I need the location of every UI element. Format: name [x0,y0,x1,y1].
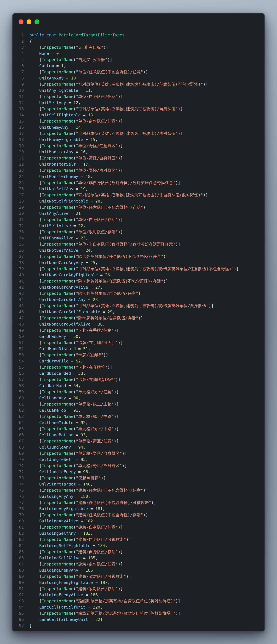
traffic-light-close-button[interactable] [19,20,24,24]
token-num: 54 [73,383,78,388]
code-line-content: [InspectorName("单元格/野区/自身野区")] [30,450,127,456]
token-name: BuildingSelfAny [39,531,76,536]
token-op: = [76,482,83,486]
token-punc: )] [118,168,123,173]
line-number: 9 [13,81,24,88]
token-name: UnitNoneCardAnyAny [39,260,83,265]
code-line-content: [InspectorName("自定义 效果器")] [30,57,112,63]
token-punc: ( [73,106,76,111]
code-line: 11 [InspectorName("单位/自身队伍/任意")] [13,94,264,100]
code-line: 58 CardNotHand = 54, [13,383,264,389]
code-line-content: [InspectorName("除卡牌英雄单位/自身队伍/任意")] [30,290,143,296]
token-str: "除卡牌英雄单位/自身队伍/任意" [76,291,138,296]
token-num: 93 [81,432,86,437]
code-line-content: CellLaneTop = 91, [30,407,81,414]
token-punc: { [30,39,32,44]
token-punc: , [64,64,66,68]
line-number: 56 [13,370,24,376]
code-line: 75 [InspectorName("建筑/任意队伍(不包含野怪)/任意")] [13,487,264,494]
token-punc: [ [30,180,42,185]
token-punc: )] [118,525,123,530]
token-plain [30,494,39,499]
token-name: CellJungleSelf [39,457,73,462]
token-punc: , [90,174,93,179]
token-punc: )] [118,550,123,554]
token-plain [30,605,39,610]
token-str: "除卡牌英雄单位/任意队伍(不包含野怪)/任意" [76,254,163,259]
line-number: 90 [13,580,24,586]
token-punc: [ [30,377,42,382]
token-str: "建筑/任意队伍(不包含野怪)/存活" [76,512,143,517]
token-num: 52 [76,359,81,364]
token-name: CardDrawPile [39,359,69,364]
token-op: = [76,470,83,474]
token-punc: ( [73,402,76,406]
token-punc: ( [73,500,76,505]
line-number: 79 [13,512,24,518]
token-str: "单位/野怪/敌对野区" [76,168,118,173]
token-op: = [78,88,86,93]
token-str: "可对战单位(英雄,召唤物,建筑为可被攻击)/除卡牌英雄单位/自身队伍" [76,304,209,308]
token-attr: InspectorName [42,500,73,505]
line-number: 86 [13,555,24,561]
token-plain [30,100,39,105]
token-punc: )] [118,217,123,222]
token-punc: )] [175,242,180,246]
token-plain [30,64,39,68]
token-attr: InspectorName [42,266,73,271]
token-punc: ( [73,242,76,246]
token-punc: , [95,556,98,560]
token-name: UnitMonsterSelf [39,162,76,166]
code-line: 15 [InspectorName("单位/敌对队伍/任意")] [13,118,264,124]
token-punc: [ [30,390,42,394]
code-line-content: [InspectorName("可对战单位(英雄,召唤物,建筑为可被攻击)/非自… [30,192,208,198]
token-punc: [ [30,94,42,99]
token-name: Custom [39,64,54,68]
code-line: 69 [InspectorName("单元格/野区/自身野区")] [13,450,264,456]
token-name: UnitNotSelfFightable [39,199,88,204]
code-line-content: [InspectorName("单位/敌对队伍/存活")] [30,229,123,235]
code-line: 95 [InspectorName("路线到单元格/远离基地/敌对队伍单位(英雄… [13,610,264,616]
token-str: "可对战单位(英雄,召唤物,建筑为可被攻击)/自身队伍" [76,106,178,111]
code-line: 23 [InspectorName("单位/野怪/敌对野区")] [13,168,264,174]
code-line-content: [InspectorName("可对战单位(英雄,召唤物,建筑为可被攻击)/任意… [30,81,208,88]
token-punc: [ [30,586,42,591]
line-number: 27 [13,192,24,198]
code-line-content: None = 0, [30,50,61,57]
token-punc: [ [30,352,42,357]
token-punc: ( [73,414,76,419]
token-punc: ( [73,279,76,284]
token-name: UnitEnemyAlive [39,236,73,240]
token-attr: InspectorName [42,512,73,517]
line-number: 42 [13,284,24,290]
token-op: = [69,211,76,216]
token-num: 17 [83,162,88,166]
line-number: 77 [13,500,24,506]
token-attr: InspectorName [42,254,73,259]
token-punc: , [90,248,93,253]
token-op: = [78,248,86,253]
token-punc: [ [30,304,42,308]
token-str: "单元格/线上/任意" [76,390,114,394]
token-str: "单位/野怪/自身野区" [76,156,118,160]
token-punc: ( [73,586,76,591]
code-line: 85 [InspectorName("建筑/自身队伍/存活")] [13,549,264,555]
token-name: UnitNoneCardSelfAny [39,297,86,302]
traffic-light-minimize-button[interactable] [27,20,32,24]
line-number: 8 [13,75,24,81]
code-line: 76 BuildingAnyAny = 180, [13,494,264,500]
code-line: 68 CellJungleAny = 94, [13,444,264,450]
token-str: "可对战单位(英雄,召唤物,建筑为可被攻击)/任意队伍(不包含野怪)" [76,82,203,86]
code-line: 55 [InspectorName("卡牌/在弃牌堆")] [13,364,264,370]
line-number: 47 [13,315,24,321]
token-op: = [78,174,86,179]
line-number: 5 [13,57,24,63]
code-line-content: UnitNotSelfFightable = 20, [30,198,103,204]
token-punc: ( [73,451,76,456]
token-plain [30,396,39,400]
token-plain [30,432,39,437]
token-punc: [ [30,574,42,579]
code-line: 13 [InspectorName("可对战单位(英雄,召唤物,建筑为可被攻击)… [13,106,264,112]
traffic-light-maximize-button[interactable] [35,20,39,24]
token-str: "可对战单位(英雄,召唤物,建筑为可被攻击)/除卡牌英雄单位/任意队伍(不包含野… [76,266,234,271]
